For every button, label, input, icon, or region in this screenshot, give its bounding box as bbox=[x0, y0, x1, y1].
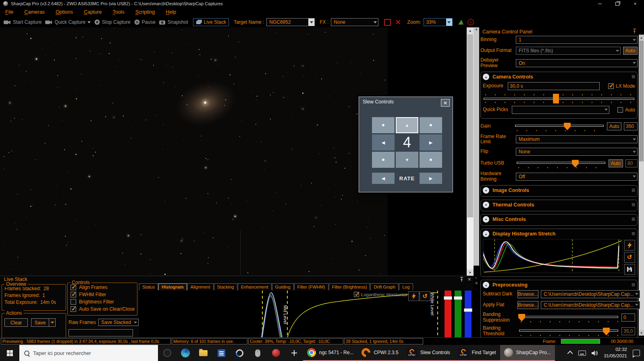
output-format-auto-button[interactable]: Auto bbox=[623, 47, 638, 55]
lx-mode-checkbox[interactable] bbox=[608, 83, 614, 89]
slew-up-button[interactable]: ▲ bbox=[396, 117, 418, 133]
slew-up-right-button[interactable] bbox=[420, 117, 442, 133]
snapshot-button[interactable]: Snapshot bbox=[159, 19, 188, 25]
stack-histogram[interactable]: Logarithmic Horizontal Axis ↺ Mid Level … bbox=[139, 291, 441, 338]
camera-controls-header[interactable]: ▲ Camera Controls ≡ bbox=[483, 73, 635, 81]
scroll-down-icon[interactable]: ▼ bbox=[467, 269, 474, 276]
raw-frames-combo[interactable]: Save Stacked bbox=[98, 319, 139, 326]
gain-auto-button[interactable]: Auto bbox=[607, 122, 621, 130]
slider-handle[interactable] bbox=[564, 123, 571, 130]
pinned-app-button-3[interactable] bbox=[249, 345, 267, 361]
chevron-down-icon[interactable] bbox=[308, 19, 314, 26]
slew-up-left-button[interactable] bbox=[372, 117, 395, 133]
clear-selection-icon[interactable]: ✕ bbox=[395, 19, 401, 26]
tab-enhancement[interactable]: Enhancement bbox=[238, 283, 272, 290]
tab-alignment[interactable]: Alignment bbox=[187, 283, 214, 290]
fwhm-filter-row[interactable]: FWHM Filter bbox=[71, 292, 137, 297]
cortana-button[interactable] bbox=[158, 345, 176, 361]
section-menu-icon[interactable]: ≡ bbox=[632, 202, 635, 208]
chevron-down-icon[interactable] bbox=[603, 106, 609, 113]
stop-capture-button[interactable]: Stop Capture bbox=[94, 19, 131, 25]
rate-increase-button[interactable]: ▶ bbox=[420, 173, 442, 184]
chevron-down-icon[interactable] bbox=[631, 148, 637, 155]
debayer-preview-combo[interactable]: On bbox=[516, 59, 638, 67]
close-panel-icon[interactable]: ✕ bbox=[467, 277, 471, 282]
chevron-down-icon[interactable] bbox=[446, 19, 452, 26]
file-explorer-button[interactable] bbox=[194, 345, 212, 361]
taskbar-search-input[interactable]: Taper ici pour rechercher bbox=[19, 345, 158, 361]
exposure-slider[interactable] bbox=[483, 93, 635, 104]
gain-slider[interactable] bbox=[514, 122, 605, 131]
align-frames-checkbox[interactable] bbox=[71, 285, 76, 290]
pinned-app-button-4[interactable] bbox=[267, 345, 285, 361]
slider-handle[interactable] bbox=[603, 328, 610, 335]
frame-rate-limit-combo[interactable]: Maximum bbox=[516, 135, 638, 143]
tab-drift-graph[interactable]: Drift Graph bbox=[370, 283, 399, 290]
brightness-filter-row[interactable]: Brightness Filter bbox=[71, 299, 137, 305]
slew-close-button[interactable]: ✕ bbox=[441, 99, 450, 107]
slew-down-left-button[interactable] bbox=[372, 152, 395, 168]
taskbar-app-sharpcap[interactable]: SharpCap Pro... bbox=[500, 345, 555, 361]
chevron-down-icon[interactable] bbox=[372, 19, 378, 26]
image-controls-header[interactable]: ▼ Image Controls ≡ bbox=[483, 186, 635, 195]
apply-flat-browse-button[interactable]: Browse... bbox=[517, 301, 538, 309]
preprocessing-header[interactable]: ▲ Preprocessing ≡ bbox=[483, 281, 635, 289]
chevron-down-icon[interactable] bbox=[631, 136, 637, 143]
tab-guiding[interactable]: Guiding bbox=[272, 283, 294, 290]
keyboard-icon[interactable] bbox=[578, 351, 586, 356]
gain-value[interactable]: 350 bbox=[624, 122, 638, 130]
red-level-thumb[interactable] bbox=[444, 296, 452, 300]
close-button[interactable]: × bbox=[626, 0, 644, 7]
subtract-dark-combo[interactable]: C:\Users\marcb\Desktop\SharpCap Cap... bbox=[541, 290, 640, 298]
section-menu-icon[interactable]: ≡ bbox=[632, 187, 635, 194]
expand-icon[interactable]: ▼ bbox=[483, 202, 489, 208]
selection-area-icon[interactable] bbox=[384, 19, 391, 26]
pin-icon[interactable] bbox=[632, 29, 637, 34]
collapse-icon[interactable]: ▲ bbox=[483, 74, 489, 80]
scroll-up-icon[interactable]: ▲ bbox=[639, 35, 644, 40]
menu-item-tools[interactable]: Tools bbox=[112, 9, 124, 15]
expand-icon[interactable]: ▼ bbox=[483, 187, 489, 194]
target-name-combo[interactable]: NGC6952 bbox=[266, 18, 315, 26]
tab-filter-brightness[interactable]: Filter (Brightness) bbox=[329, 283, 370, 290]
rate-decrease-button[interactable]: ◀ bbox=[372, 173, 395, 184]
minimize-button[interactable] bbox=[591, 0, 609, 7]
scrollbar-thumb[interactable] bbox=[639, 41, 644, 161]
taskbar-app-cpwi[interactable]: CPWI 2.3.5 bbox=[357, 345, 402, 361]
slew-down-right-button[interactable] bbox=[420, 152, 442, 168]
splitter-collapse-icon[interactable]: ⌄ bbox=[474, 275, 478, 279]
taskbar-app-find-target[interactable]: CPWI Find Target bbox=[454, 345, 500, 361]
live-stack-button[interactable]: Live Stack bbox=[193, 18, 229, 26]
slew-right-button[interactable]: ▶ bbox=[420, 134, 442, 151]
auto-save-checkbox[interactable] bbox=[71, 306, 76, 312]
menu-item-capture[interactable]: Capture bbox=[84, 9, 102, 15]
speaker-icon[interactable] bbox=[592, 351, 598, 356]
section-menu-icon[interactable]: ≡ bbox=[632, 231, 635, 237]
reticle-icon[interactable] bbox=[467, 19, 474, 25]
pin-icon[interactable] bbox=[459, 277, 464, 282]
save-dropdown-button[interactable] bbox=[49, 318, 56, 327]
auto-stretch-icon[interactable] bbox=[458, 20, 463, 25]
pinned-app-button-2[interactable] bbox=[231, 345, 249, 361]
menu-item-scripting[interactable]: Scripting bbox=[135, 9, 155, 15]
reset-stretch-button[interactable]: ↺ bbox=[624, 252, 635, 263]
menu-item-help[interactable]: Help bbox=[166, 9, 176, 15]
subtract-dark-browse-button[interactable]: Browse... bbox=[517, 290, 538, 298]
menu-item-file[interactable]: File bbox=[5, 9, 13, 15]
red-level-bar[interactable] bbox=[445, 291, 451, 338]
zoom-combo[interactable]: 33% bbox=[424, 18, 453, 26]
fx-combo[interactable]: None bbox=[331, 18, 378, 26]
banding-suppression-value[interactable]: 0 bbox=[621, 314, 635, 322]
tab-log[interactable]: Log bbox=[399, 283, 413, 290]
panel-splitter[interactable]: ▲ bbox=[474, 27, 479, 266]
turbo-usb-auto-button[interactable]: Auto bbox=[609, 159, 623, 167]
flip-combo[interactable]: None bbox=[516, 148, 638, 156]
tray-expand-icon[interactable] bbox=[567, 351, 573, 356]
splitter-close-icon[interactable]: ✕ bbox=[475, 281, 478, 285]
banding-suppression-slider[interactable] bbox=[518, 313, 619, 322]
reset-stretch-button[interactable]: ↺ bbox=[420, 291, 430, 301]
auto-stretch-button[interactable] bbox=[624, 240, 635, 251]
slider-handle[interactable] bbox=[518, 314, 525, 322]
chevron-down-icon[interactable] bbox=[631, 173, 637, 180]
brightness-filter-checkbox[interactable] bbox=[71, 299, 76, 305]
